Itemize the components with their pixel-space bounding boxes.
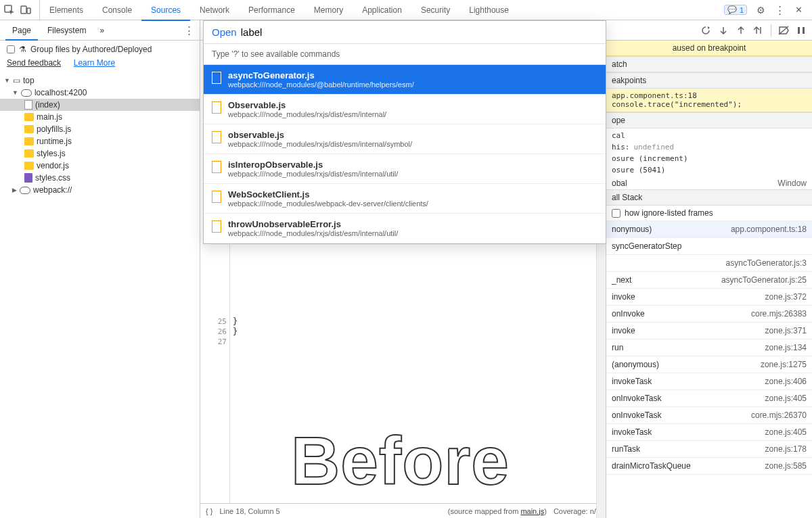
stack-frame[interactable]: _nextasyncToGenerator.js:25 (606, 272, 812, 289)
tree-file[interactable]: polyfills.js (0, 123, 200, 135)
issues-badge[interactable]: 💬1 (724, 5, 747, 15)
palette-prefix: Open (212, 26, 237, 38)
scope-section[interactable]: ope (606, 112, 812, 128)
debugger-toolbar (606, 20, 812, 41)
stack-frame[interactable]: onInvokeTaskzone.js:405 (606, 390, 812, 407)
source-map-link[interactable]: main.js (520, 507, 544, 515)
file-icon (212, 161, 221, 173)
close-devtools-icon[interactable] (793, 5, 804, 16)
tab-console[interactable]: Console (93, 0, 141, 20)
watch-section[interactable]: atch (606, 56, 812, 72)
settings-icon[interactable] (755, 5, 766, 16)
inspect-element-icon[interactable] (4, 5, 15, 16)
palette-item[interactable]: WebSocketClient.jswebpack:///node_module… (204, 184, 606, 214)
stack-frame[interactable]: invokezone.js:371 (606, 323, 812, 339)
file-icon (24, 113, 34, 121)
command-palette: Open Type '?' to see available commands … (203, 20, 606, 244)
device-toolbar-icon[interactable] (20, 5, 31, 16)
palette-item[interactable]: isInteropObservable.jswebpack:///node_mo… (204, 154, 606, 184)
watermark-text: Before (291, 422, 510, 500)
scope-item[interactable]: osure (5041) (606, 164, 812, 176)
devtools-top-tabs: ElementsConsoleSourcesNetworkPerformance… (0, 0, 812, 20)
deactivate-breakpoints-icon[interactable] (778, 25, 789, 36)
svg-rect-2 (27, 8, 30, 14)
file-icon (212, 131, 221, 143)
tree-host[interactable]: ▼localhost:4200 (0, 87, 200, 99)
file-icon (24, 100, 32, 110)
tree-top[interactable]: ▼▭top (0, 74, 200, 87)
sidebar-more-icon[interactable] (184, 24, 200, 37)
file-icon (24, 149, 34, 158)
file-icon (24, 137, 34, 145)
file-icon (24, 162, 34, 170)
more-tabs-icon[interactable]: » (95, 26, 108, 35)
send-feedback-link[interactable]: Send feedback (7, 58, 61, 68)
sources-subnav: Page Filesystem » (0, 20, 200, 41)
stack-frame[interactable]: nonymous)app.component.ts:18 (606, 221, 812, 238)
cursor-position: Line 18, Column 5 (219, 507, 279, 515)
pause-exceptions-icon[interactable] (796, 25, 807, 36)
stack-frame[interactable]: runzone.js:134 (606, 339, 812, 356)
breakpoints-section[interactable]: eakpoints (606, 72, 812, 89)
tab-page[interactable]: Page (5, 20, 38, 41)
editor-status-bar: { } Line 18, Column 5 (source mapped fro… (200, 503, 606, 518)
more-menu-icon[interactable] (774, 5, 785, 16)
stack-frame[interactable]: drainMicroTaskQueuezone.js:585 (606, 458, 812, 475)
scope-item[interactable]: osure (increment) (606, 153, 812, 164)
breakpoint-item[interactable]: app.component.ts:18 console.trace("incre… (606, 89, 812, 112)
stack-frame[interactable]: onInvokeTaskcore.mjs:26370 (606, 407, 812, 424)
tree-file[interactable]: runtime.js (0, 135, 200, 147)
svg-rect-4 (798, 27, 800, 34)
tab-application[interactable]: Application (353, 0, 411, 20)
tree-file[interactable]: styles.js (0, 147, 200, 160)
learn-more-link[interactable]: Learn More (74, 58, 115, 68)
debugger-pane: aused on breakpoint atch eakpoints app.c… (606, 20, 812, 518)
tab-network[interactable]: Network (190, 0, 239, 20)
scope-global[interactable]: obalWindow (606, 177, 812, 189)
palette-item[interactable]: observable.jswebpack:///node_modules/rxj… (204, 124, 606, 154)
tab-lighthouse[interactable]: Lighthouse (459, 0, 518, 20)
stack-frame[interactable]: invokeTaskzone.js:405 (606, 424, 812, 441)
file-icon (212, 191, 221, 203)
step-out-icon[interactable] (753, 25, 764, 36)
tab-memory[interactable]: Memory (304, 0, 353, 20)
scope-item[interactable]: his:undefined (606, 141, 812, 153)
tab-performance[interactable]: Performance (239, 0, 304, 20)
ignore-listed-checkbox[interactable]: how ignore-listed frames (606, 206, 812, 221)
stack-frame[interactable]: invokeTaskzone.js:406 (606, 373, 812, 390)
file-icon (212, 72, 221, 84)
palette-list: asyncToGenerator.jswebpack:///node_modul… (204, 65, 606, 243)
file-icon (212, 101, 221, 114)
tree-file[interactable]: vendor.js (0, 160, 200, 172)
tab-sources[interactable]: Sources (141, 1, 190, 21)
step-over-icon[interactable] (718, 25, 729, 36)
scope-item[interactable]: cal (606, 130, 812, 141)
palette-input[interactable] (241, 26, 597, 38)
stack-frame[interactable]: (anonymous)zone.js:1275 (606, 356, 812, 373)
group-files-label: Group files by Authored/Deployed (30, 45, 152, 54)
flask-icon: ⚗ (19, 45, 26, 54)
tab-security[interactable]: Security (411, 0, 459, 20)
callstack-section[interactable]: all Stack (606, 189, 812, 206)
stack-frame[interactable]: onInvokecore.mjs:26383 (606, 306, 812, 323)
resume-icon[interactable] (700, 25, 711, 36)
format-icon[interactable]: { } (206, 507, 212, 515)
scope-body: calhis:undefinedosure (increment)osure (… (606, 128, 812, 177)
tab-elements[interactable]: Elements (40, 0, 93, 20)
tree-webpack[interactable]: ▶webpack:// (0, 184, 200, 196)
stack-frame[interactable]: asyncToGenerator.js:3 (606, 255, 812, 272)
palette-item[interactable]: throwUnobservableError.jswebpack:///node… (204, 214, 606, 243)
group-files-checkbox[interactable] (7, 45, 15, 53)
tree-file[interactable]: (index) (0, 99, 200, 111)
step-into-icon[interactable] (736, 25, 746, 36)
coverage-label: Coverage: n/a (554, 507, 600, 515)
tree-file[interactable]: main.js (0, 111, 200, 123)
stack-frame[interactable]: invokezone.js:372 (606, 289, 812, 306)
stack-frame[interactable]: runTaskzone.js:178 (606, 441, 812, 458)
palette-item[interactable]: Observable.jswebpack:///node_modules/rxj… (204, 95, 606, 124)
tab-filesystem[interactable]: Filesystem (41, 20, 93, 41)
stack-frame[interactable]: syncGeneratorStep (606, 238, 812, 255)
palette-item[interactable]: asyncToGenerator.jswebpack:///node_modul… (204, 65, 606, 95)
tree-file[interactable]: styles.css (0, 172, 200, 184)
chat-icon: 💬 (727, 5, 737, 14)
